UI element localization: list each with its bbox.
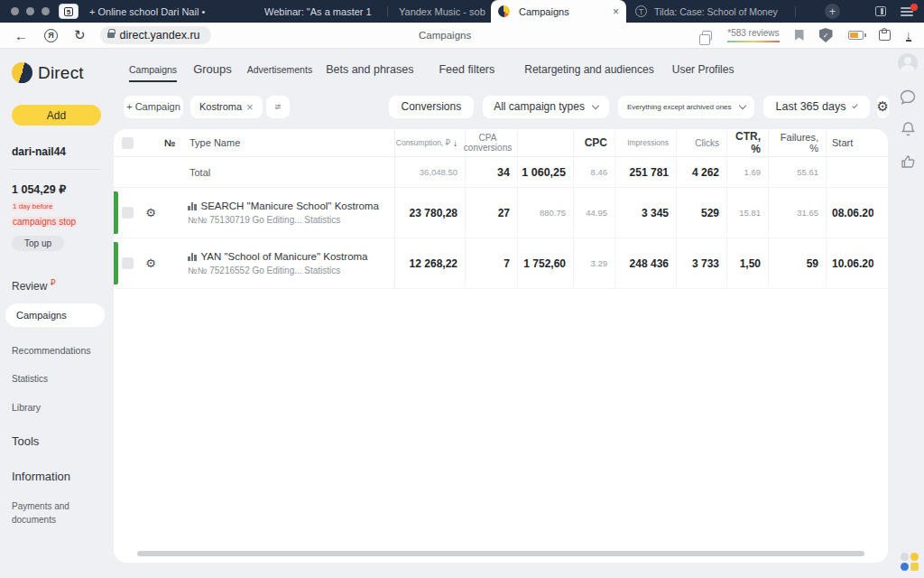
thumbs-up-icon[interactable] xyxy=(901,154,916,169)
tabs-preview-icon[interactable] xyxy=(702,31,712,41)
refresh-button[interactable]: ↻ xyxy=(74,27,86,43)
sidebar-item-library[interactable]: Library xyxy=(12,402,104,413)
row-cpa-cost: 1 752,60 xyxy=(523,257,566,270)
username[interactable]: dari-nail44 xyxy=(12,145,104,158)
table-settings-button[interactable]: ⚙ xyxy=(877,96,889,118)
tab-separator xyxy=(387,6,388,17)
tab-close-icon[interactable]: × xyxy=(613,5,619,18)
downloads-icon[interactable]: ↓ xyxy=(906,30,912,42)
col-impressions[interactable]: Impressions xyxy=(615,129,677,156)
col-cpa-cost[interactable] xyxy=(518,129,574,156)
tab-campaigns[interactable]: Campaigns xyxy=(129,64,177,82)
yandex-home-icon[interactable]: Я xyxy=(44,29,58,42)
tab-advertisements[interactable]: Advertisements xyxy=(247,64,312,75)
campaign-title[interactable]: YAN "School of Manicure" Kostroma xyxy=(188,251,394,262)
chevron-down-icon xyxy=(738,101,745,108)
direct-logo-text: Direct xyxy=(38,63,84,83)
sidebar-item-statistics[interactable]: Statistics xyxy=(12,374,104,384)
add-button[interactable]: Add xyxy=(12,105,101,126)
browser-tab-campaigns-active[interactable]: Campaigns × xyxy=(491,0,626,23)
col-consumption[interactable]: Consumption, ₽↓ xyxy=(395,129,466,156)
avatar[interactable] xyxy=(898,53,918,73)
tab-group-icon[interactable]: 5 xyxy=(59,4,79,19)
browser-tab-dari-nail[interactable]: + Online school Dari Nail • xyxy=(89,6,225,17)
clear-search-icon[interactable]: × xyxy=(246,100,254,114)
select-all-checkbox[interactable] xyxy=(122,137,134,149)
col-ctr[interactable]: CTR, % xyxy=(727,129,769,156)
browser-tab-webinar[interactable]: Webinar: "As a master 1 xyxy=(264,6,382,17)
battery-saver-icon[interactable] xyxy=(848,31,864,40)
new-tab-button[interactable]: + xyxy=(825,4,840,19)
row-checkbox[interactable] xyxy=(122,257,134,269)
direct-logo[interactable]: Direct xyxy=(12,62,104,83)
chevron-down-icon xyxy=(853,102,858,107)
col-clicks[interactable]: Clicks xyxy=(677,129,727,156)
total-clicks: 4 262 xyxy=(692,166,719,179)
col-type-name[interactable]: Type Name xyxy=(188,129,395,156)
browser-tab-tilda[interactable]: Tilda: Case: School of Money xyxy=(654,6,790,17)
tab-retargeting[interactable]: Retargeting and audiences xyxy=(524,63,653,76)
table-row[interactable]: ⚙ YAN "School of Manicure" Kostroma №№ 7… xyxy=(114,238,888,289)
browser-tab-yandex-music[interactable]: Yandex Music - sobi xyxy=(399,6,485,17)
date-range-dropdown[interactable]: Last 365 days xyxy=(763,96,870,118)
archived-filter-dropdown[interactable]: Everything except archived ones xyxy=(618,96,754,118)
bookmark-icon[interactable] xyxy=(795,30,804,41)
campaign-title[interactable]: SEARCH "Manicure School" Kostroma xyxy=(188,200,394,211)
tab-bets-and-phrases[interactable]: Bets and phrases xyxy=(326,63,413,76)
campaign-subtitle-links[interactable]: №№ 75130719 Go Editing... Statistics xyxy=(188,215,394,225)
col-cpa-conversions[interactable]: CPA conversions xyxy=(466,129,518,156)
campaign-types-dropdown[interactable]: All campaign types xyxy=(483,96,609,118)
row-consumption: 23 780,28 xyxy=(410,207,457,219)
window-minimize-button[interactable] xyxy=(26,7,34,15)
campaign-settings-gear-icon[interactable]: ⚙ xyxy=(137,206,164,219)
tab-groups[interactable]: Groups xyxy=(193,62,232,76)
sidebar-section-tools[interactable]: Tools xyxy=(12,434,104,448)
sidebar-item-recommendations[interactable]: Recommendations xyxy=(12,345,104,356)
total-impressions: 251 781 xyxy=(630,166,669,179)
campaign-search-input[interactable]: Kostroma × xyxy=(190,96,263,118)
col-start[interactable]: Start xyxy=(827,129,873,156)
chevron-down-icon xyxy=(592,101,599,108)
protect-shield-icon[interactable]: ✓ xyxy=(819,28,833,42)
bell-icon[interactable] xyxy=(901,121,916,137)
window-controls[interactable] xyxy=(11,7,50,15)
campaign-subtitle-links[interactable]: №№ 75216552 Go Editing... Statistics xyxy=(188,266,394,275)
table-row[interactable]: ⚙ SEARCH "Manicure School" Kostroma №№ 7… xyxy=(114,188,888,238)
tab-feed-filters[interactable]: Feed filters xyxy=(439,63,494,76)
row-ctr: 15.81 xyxy=(739,208,761,218)
address-bar[interactable]: direct.yandex.ru xyxy=(100,26,211,44)
active-campaign-indicator xyxy=(114,242,118,284)
widget-dot xyxy=(901,563,909,571)
widget-dot xyxy=(910,563,919,571)
campaign-settings-gear-icon[interactable]: ⚙ xyxy=(137,256,164,270)
col-cpc[interactable]: CPC xyxy=(574,129,615,156)
top-up-button[interactable]: Top up xyxy=(12,236,64,251)
collections-icon[interactable] xyxy=(879,30,891,41)
col-number[interactable]: № xyxy=(164,137,188,148)
add-campaign-button[interactable]: + Campaign xyxy=(124,96,183,118)
reviews-badge[interactable]: *583 reviews xyxy=(727,28,779,42)
side-panel-icon[interactable] xyxy=(875,6,886,16)
sort-descending-icon[interactable]: ↓ xyxy=(453,138,457,148)
window-close-button[interactable] xyxy=(11,7,19,15)
sidebar-item-payments[interactable]: Payments and documents xyxy=(12,499,84,527)
back-button[interactable]: ← xyxy=(14,28,28,43)
filter-settings-button[interactable] xyxy=(266,96,290,118)
browser-tab-strip: 5 + Online school Dari Nail • Webinar: "… xyxy=(0,0,924,23)
total-consumption: 36,048.50 xyxy=(420,167,457,177)
sidebar-section-information[interactable]: Information xyxy=(12,470,104,483)
browser-corner-widget[interactable] xyxy=(901,553,920,571)
chat-icon[interactable] xyxy=(900,89,916,105)
tab-user-profiles[interactable]: User Profiles xyxy=(672,63,735,76)
window-maximize-button[interactable] xyxy=(42,7,50,15)
sidebar-item-campaigns[interactable]: Campaigns xyxy=(5,303,105,327)
horizontal-scrollbar[interactable] xyxy=(137,551,864,556)
col-failures[interactable]: Failures, % xyxy=(769,129,827,156)
row-impressions: 3 345 xyxy=(642,207,669,219)
page-tabs: Campaigns Groups Advertisements Bets and… xyxy=(129,62,889,82)
browser-menu-icon[interactable] xyxy=(901,7,913,16)
sidebar-item-review[interactable]: Review ₽ xyxy=(12,278,104,293)
row-checkbox[interactable] xyxy=(122,207,134,219)
url-text: direct.yandex.ru xyxy=(120,29,200,42)
conversions-button[interactable]: Conversions xyxy=(389,96,475,118)
